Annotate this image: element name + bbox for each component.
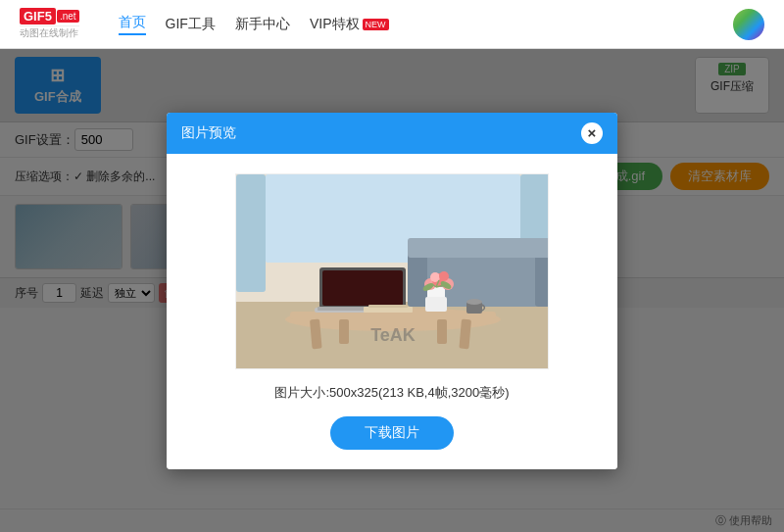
logo: GIF5 .net 动图在线制作 xyxy=(20,8,79,40)
logo-gif5: GIF5 xyxy=(20,8,56,24)
svg-rect-21 xyxy=(425,297,447,312)
modal-overlay[interactable]: 图片预览 × xyxy=(0,49,784,532)
svg-rect-9 xyxy=(408,238,549,258)
svg-point-26 xyxy=(439,271,449,281)
svg-text:TeAK: TeAK xyxy=(370,325,416,345)
header: GIF5 .net 动图在线制作 首页 GIF工具 新手中心 VIP特权 NEW xyxy=(0,0,784,49)
vip-badge: NEW xyxy=(363,19,389,30)
modal-info: 图片大小:500x325(213 KB,4帧,3200毫秒) xyxy=(186,384,598,402)
svg-rect-15 xyxy=(437,319,447,344)
modal-header: 图片预览 × xyxy=(167,113,617,154)
main-nav: 首页 GIF工具 新手中心 VIP特权 NEW xyxy=(119,14,389,35)
svg-point-33 xyxy=(466,299,482,305)
svg-rect-11 xyxy=(290,312,496,319)
preview-image-svg: TeAK xyxy=(236,174,549,369)
download-btn[interactable]: 下载图片 xyxy=(330,416,454,450)
nav-gif-tools[interactable]: GIF工具 xyxy=(166,16,216,33)
logo-net: .net xyxy=(57,10,79,23)
logo-subtitle: 动图在线制作 xyxy=(20,25,79,40)
user-avatar[interactable] xyxy=(733,9,764,40)
modal-body: TeAK 图片大小:500x325(213 KB,4帧,3200毫秒) 下载图片 xyxy=(167,154,617,469)
nav-newbie[interactable]: 新手中心 xyxy=(235,16,290,33)
svg-rect-3 xyxy=(236,174,266,292)
modal-title: 图片预览 xyxy=(181,124,236,142)
modal-close-btn[interactable]: × xyxy=(581,122,603,144)
svg-rect-18 xyxy=(322,270,403,306)
app-container: GIF5 .net 动图在线制作 首页 GIF工具 新手中心 VIP特权 NEW… xyxy=(0,0,784,532)
svg-rect-35 xyxy=(368,305,408,308)
nav-vip[interactable]: VIP特权 NEW xyxy=(310,16,389,33)
modal-image-container: TeAK xyxy=(235,173,549,369)
nav-home[interactable]: 首页 xyxy=(119,14,146,35)
svg-rect-14 xyxy=(339,319,349,344)
modal-dialog: 图片预览 × xyxy=(167,113,617,469)
main-content: ⊞ GIF合成 ZIP GIF压缩 GIF设置： 压缩选项：✓ 删除多余的...… xyxy=(0,49,784,532)
